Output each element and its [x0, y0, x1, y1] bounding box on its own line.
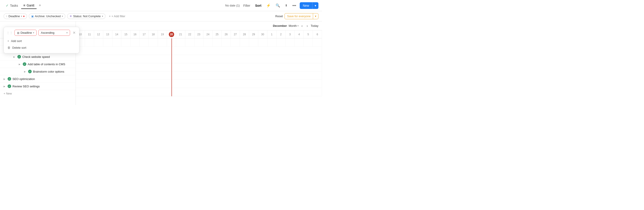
gantt-cell: [130, 38, 140, 46]
gantt-cell: [149, 38, 158, 46]
task-label-4: Brainstorm color options: [33, 70, 64, 73]
save-button-dropdown-icon[interactable]: ▾: [313, 13, 318, 19]
sort-up-icon: ↑: [6, 15, 7, 18]
gantt-cell: [194, 38, 204, 46]
date-cell-6: 6: [313, 30, 322, 38]
gantt-grid-row-4: [76, 71, 322, 80]
date-cell-29: 29: [249, 30, 258, 38]
gantt-cell: [140, 38, 149, 46]
check-icon-2: ✓: [18, 55, 21, 59]
gantt-grid-row-5: [76, 80, 322, 88]
share-icon[interactable]: ⬆: [284, 3, 289, 8]
sort-field-label: Deadline: [20, 31, 32, 34]
gantt-next-button[interactable]: ›: [306, 24, 309, 28]
gantt-cell: [276, 38, 286, 46]
gantt-cell: [103, 38, 112, 46]
gantt-cell: [294, 38, 304, 46]
add-filter-button[interactable]: + + Add filter: [107, 14, 127, 19]
new-button-label[interactable]: New: [300, 2, 312, 9]
save-button-label[interactable]: Save for everyone: [285, 13, 313, 19]
lightning-icon[interactable]: ⚡: [265, 3, 272, 9]
new-button[interactable]: New ▾: [300, 2, 318, 9]
gantt-today-button[interactable]: Today: [311, 24, 318, 28]
task-item[interactable]: ▶ ✓ Add table of contents in CMS: [0, 61, 76, 68]
date-cell-2: 2: [276, 30, 286, 38]
task-item[interactable]: ▶ ✓ Brainstorm color options: [0, 68, 76, 75]
search-icon[interactable]: 🔍: [274, 3, 282, 9]
nav-actions: No date (1) Filter Sort ⚡ 🔍 ⬆ ••• New ▾: [225, 2, 318, 9]
date-cell-24: 24: [203, 30, 212, 38]
add-new-button[interactable]: + New: [0, 90, 76, 97]
date-cell-28: 28: [240, 30, 249, 38]
expand-icon: ▶: [4, 85, 6, 87]
check-icon-6: ✓: [8, 84, 11, 88]
date-cell-11: 11: [85, 30, 94, 38]
status-filter-pill[interactable]: ✳ Status: Not Complete ▾: [67, 13, 106, 19]
sort-order-label: Ascending: [41, 31, 54, 34]
add-tab-button[interactable]: +: [38, 2, 42, 9]
month-label: December: [273, 24, 287, 28]
gantt-cell: [185, 38, 194, 46]
gantt-prev-button[interactable]: ‹: [300, 24, 304, 28]
tab-tasks[interactable]: ✓ Tasks: [4, 2, 20, 9]
tab-gantt[interactable]: ≡ Gantt: [21, 2, 36, 9]
gantt-grid-row-0: [76, 38, 322, 47]
deadline-filter-pill[interactable]: ↑ Deadline ▾: [4, 13, 27, 19]
gantt-grid: [76, 38, 322, 96]
gantt-cell: [240, 38, 249, 46]
task-item[interactable]: ▶ ✓ SEO optimization: [0, 75, 76, 83]
tab-gantt-label: Gantt: [27, 4, 34, 7]
task-item[interactable]: ▶ ✓ Check website speed: [0, 53, 76, 61]
expand-icon: ▶: [24, 70, 27, 73]
date-cell-21: 21: [176, 30, 185, 38]
date-cell-4: 4: [294, 30, 304, 38]
date-cell-23: 23: [194, 30, 204, 38]
nav-tabs: ✓ Tasks ≡ Gantt +: [4, 2, 42, 9]
gantt-icon: ≡: [24, 3, 26, 7]
date-cell-14: 14: [112, 30, 122, 38]
gantt-cell: [158, 38, 167, 46]
task-label-3: Add table of contents in CMS: [28, 63, 65, 66]
filter-button[interactable]: Filter: [242, 3, 252, 8]
check-icon-5: ✓: [8, 77, 11, 81]
sort-field-dropdown-icon: ▾: [33, 32, 34, 34]
add-sort-label: Add sort: [11, 39, 22, 43]
archive-filter-pill[interactable]: ▣ Archive: Unchecked ▾: [29, 13, 65, 19]
gantt-cell: [76, 71, 322, 79]
date-cell-19: 19: [158, 30, 167, 38]
reset-button[interactable]: Reset: [276, 15, 283, 18]
date-cell-today: 20: [167, 30, 176, 38]
date-ruler: 10 11 12 13 14 15 16 17 18 19 20 21 22 2…: [76, 30, 322, 38]
gantt-cell: [203, 38, 212, 46]
sort-close-button[interactable]: ✕: [72, 30, 76, 35]
drag-handle-icon[interactable]: ⋮⋮: [6, 31, 13, 35]
date-cell-30: 30: [258, 30, 267, 38]
no-date-badge: No date (1): [225, 4, 240, 7]
date-cell-3: 3: [286, 30, 294, 38]
add-new-label: + New: [4, 92, 12, 95]
sort-field-select[interactable]: ▦ Deadline ▾: [14, 30, 36, 36]
save-for-everyone-button[interactable]: Save for everyone ▾: [284, 13, 318, 19]
new-button-dropdown-icon[interactable]: ▾: [312, 2, 318, 9]
date-cell-1: 1: [267, 30, 276, 38]
task-label-6: Review SEO settings: [12, 85, 40, 88]
gantt-cell: [267, 38, 276, 46]
archive-filter-label: Archive: Unchecked: [35, 15, 61, 18]
status-filter-label: Status: Not Complete: [73, 15, 101, 18]
gantt-cell: [304, 38, 313, 46]
sort-order-dropdown-icon: ▾: [66, 32, 68, 34]
add-sort-item[interactable]: + Add sort: [6, 38, 76, 44]
deadline-filter-dropdown-icon: ▾: [21, 15, 22, 18]
gantt-grid-row-3: [76, 63, 322, 71]
gantt-cell: [76, 55, 322, 63]
sort-button[interactable]: Sort: [254, 3, 263, 8]
sort-actions: + Add sort 🗑 Delete sort: [6, 38, 76, 50]
date-cell-18: 18: [149, 30, 158, 38]
task-item[interactable]: ▶ ✓ Review SEO settings: [0, 83, 76, 90]
delete-sort-item[interactable]: 🗑 Delete sort: [6, 45, 76, 50]
sort-order-select[interactable]: Ascending ▾: [38, 30, 70, 36]
archive-filter-dropdown-icon: ▾: [62, 15, 63, 18]
more-options-icon[interactable]: •••: [291, 3, 298, 9]
gantt-view-select[interactable]: Month ▾: [289, 24, 298, 28]
gantt-grid-row-2: [76, 55, 322, 63]
